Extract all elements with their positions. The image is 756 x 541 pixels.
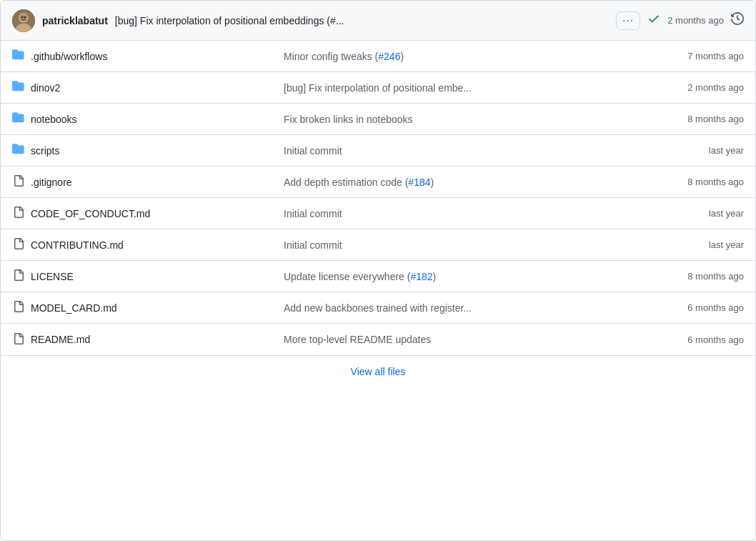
file-name-link[interactable]: CODE_OF_CONDUCT.md bbox=[31, 208, 150, 219]
view-all-files-row: View all files bbox=[1, 355, 755, 387]
file-name-cell: .github/workflows bbox=[12, 49, 284, 64]
file-name-link[interactable]: scripts bbox=[31, 145, 59, 157]
file-icon bbox=[12, 238, 25, 252]
file-icon bbox=[12, 269, 25, 283]
history-icon[interactable] bbox=[731, 12, 744, 29]
file-name-cell: scripts bbox=[12, 143, 284, 159]
file-timestamp: 7 months ago bbox=[630, 51, 744, 61]
commit-suffix: ) bbox=[400, 51, 404, 62]
commit-message-cell: Add new backbones trained with register.… bbox=[284, 302, 630, 314]
avatar bbox=[12, 9, 35, 32]
file-name-cell: MODEL_CARD.md bbox=[12, 301, 284, 314]
table-row: scriptsInitial commitlast year bbox=[1, 135, 755, 167]
folder-icon bbox=[12, 143, 25, 159]
table-row: LICENSEUpdate license everywhere (#182)8… bbox=[1, 261, 755, 292]
folder-icon bbox=[12, 80, 25, 96]
file-icon bbox=[12, 333, 25, 347]
file-timestamp: 8 months ago bbox=[630, 114, 744, 124]
file-timestamp: 2 months ago bbox=[630, 82, 744, 93]
file-name-link[interactable]: README.md bbox=[31, 334, 90, 345]
file-name-link[interactable]: notebooks bbox=[31, 114, 77, 125]
file-name-cell: README.md bbox=[12, 333, 284, 347]
folder-icon bbox=[12, 49, 25, 64]
svg-point-4 bbox=[21, 16, 24, 18]
file-timestamp: 8 months ago bbox=[630, 177, 744, 187]
table-row: dinov2[bug] Fix interpolation of positio… bbox=[1, 72, 755, 104]
file-name-link[interactable]: LICENSE bbox=[31, 271, 74, 282]
table-row: MODEL_CARD.mdAdd new backbones trained w… bbox=[1, 292, 755, 324]
commit-message-cell: Fix broken links in notebooks bbox=[284, 114, 630, 125]
commit-message-cell: Minor config tweaks (#246) bbox=[284, 51, 630, 62]
repository-file-browser: patricklabatut [bug] Fix interpolation o… bbox=[0, 0, 756, 541]
table-row: CODE_OF_CONDUCT.mdInitial commitlast yea… bbox=[1, 198, 755, 229]
file-name-cell: .gitignore bbox=[12, 175, 284, 189]
commit-suffix: ) bbox=[433, 271, 437, 282]
commit-issue-link[interactable]: #246 bbox=[378, 51, 400, 62]
file-timestamp: 6 months ago bbox=[630, 302, 744, 313]
file-name-cell: CONTRIBUTING.md bbox=[12, 238, 284, 252]
commit-message-cell: Initial commit bbox=[284, 239, 630, 251]
more-options-button[interactable]: ··· bbox=[616, 11, 640, 30]
commit-message-cell: Update license everywhere (#182) bbox=[284, 271, 630, 282]
commit-issue-link[interactable]: #184 bbox=[408, 177, 430, 188]
file-timestamp: last year bbox=[630, 145, 744, 156]
author-name[interactable]: patricklabatut bbox=[42, 15, 108, 26]
folder-icon bbox=[12, 111, 25, 127]
commit-message-cell: Add depth estimation code (#184) bbox=[284, 177, 630, 188]
file-name-link[interactable]: CONTRIBUTING.md bbox=[31, 239, 124, 251]
commit-message-cell: [bug] Fix interpolation of positional em… bbox=[284, 82, 630, 94]
commit-message: [bug] Fix interpolation of positional em… bbox=[115, 15, 609, 26]
commit-message-cell: Initial commit bbox=[284, 208, 630, 219]
table-row: CONTRIBUTING.mdInitial commitlast year bbox=[1, 229, 755, 261]
commit-actions: ··· 2 months ago bbox=[616, 11, 744, 30]
commit-text: Update license everywhere ( bbox=[284, 271, 410, 282]
check-status-icon bbox=[647, 12, 660, 29]
file-icon bbox=[12, 207, 25, 220]
table-row: notebooksFix broken links in notebooks8 … bbox=[1, 104, 755, 135]
commit-suffix: ) bbox=[431, 177, 434, 188]
commit-message-cell: Initial commit bbox=[284, 145, 630, 157]
svg-point-3 bbox=[19, 14, 28, 22]
file-name-cell: dinov2 bbox=[12, 80, 284, 96]
file-name-link[interactable]: dinov2 bbox=[31, 82, 60, 94]
file-timestamp: 8 months ago bbox=[630, 271, 744, 282]
file-timestamp: last year bbox=[630, 208, 744, 219]
file-table: .github/workflowsMinor config tweaks (#2… bbox=[1, 41, 755, 355]
file-name-cell: notebooks bbox=[12, 111, 284, 127]
table-row: README.mdMore top-level README updates6 … bbox=[1, 324, 755, 355]
commit-text: Minor config tweaks ( bbox=[284, 51, 378, 62]
commit-header: patricklabatut [bug] Fix interpolation o… bbox=[1, 1, 755, 41]
file-name-link[interactable]: .github/workflows bbox=[31, 51, 107, 62]
file-name-link[interactable]: MODEL_CARD.md bbox=[31, 302, 117, 314]
file-icon bbox=[12, 175, 25, 189]
view-all-files-link[interactable]: View all files bbox=[351, 366, 406, 377]
commit-timestamp: 2 months ago bbox=[667, 15, 724, 26]
file-timestamp: 6 months ago bbox=[630, 334, 744, 345]
file-icon bbox=[12, 301, 25, 314]
file-timestamp: last year bbox=[630, 239, 744, 250]
file-name-cell: LICENSE bbox=[12, 269, 284, 283]
file-name-link[interactable]: .gitignore bbox=[31, 177, 72, 188]
commit-issue-link[interactable]: #182 bbox=[410, 271, 432, 282]
svg-point-5 bbox=[24, 16, 26, 18]
file-name-cell: CODE_OF_CONDUCT.md bbox=[12, 207, 284, 220]
commit-text: Add depth estimation code ( bbox=[284, 177, 408, 188]
commit-message-cell: More top-level README updates bbox=[284, 334, 630, 345]
table-row: .github/workflowsMinor config tweaks (#2… bbox=[1, 41, 755, 72]
table-row: .gitignoreAdd depth estimation code (#18… bbox=[1, 167, 755, 198]
